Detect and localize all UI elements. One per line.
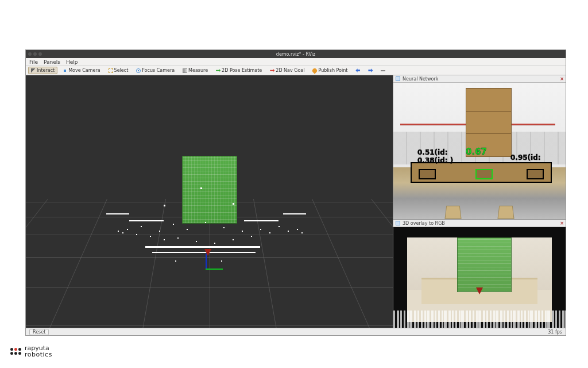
side-panels: Neural Network ×: [393, 75, 566, 328]
detection-score-3: 0.38(id: ): [417, 156, 453, 164]
overlay-box-3d: [457, 237, 512, 292]
titlebar[interactable]: demo.rviz* - RViz: [26, 50, 566, 58]
tool-interact[interactable]: Interact: [28, 67, 57, 74]
camera-view-nn[interactable]: 0.51(id: 0.38(id: ) 0.67 0.95(id:: [393, 83, 566, 219]
panel-neural-network: Neural Network ×: [393, 75, 566, 219]
tool-focus-camera[interactable]: Focus Camera: [133, 67, 177, 74]
panel-close-icon[interactable]: ×: [560, 76, 564, 82]
arrow-right-icon: [368, 68, 373, 73]
tool-publish-point[interactable]: Publish Point: [310, 67, 350, 74]
panel-title: Neural Network: [403, 76, 438, 82]
overlay-arrow-icon: [476, 288, 483, 294]
tool-2d-nav-goal[interactable]: 2D Nav Goal: [267, 67, 307, 74]
panel-header-3d-overlay[interactable]: 3D overlay to RGB ×: [393, 220, 566, 227]
tool-measure[interactable]: Measure: [180, 67, 211, 74]
panel-icon: [396, 221, 400, 225]
menu-help[interactable]: Help: [66, 59, 78, 65]
panel-title: 3D overlay to RGB: [403, 221, 445, 226]
menu-file[interactable]: File: [29, 59, 38, 65]
tool-move-camera[interactable]: Move Camera: [60, 67, 103, 74]
focus-icon: [136, 68, 141, 73]
panel-3d-overlay: 3D overlay to RGB ×: [393, 220, 566, 328]
window-title: demo.rviz* - RViz: [276, 52, 315, 57]
arrow-left-icon: [355, 68, 360, 73]
overlay-pointcloud: [393, 310, 566, 328]
fps-label: 31 fps: [548, 329, 562, 335]
pallet-pocket-right: [527, 169, 544, 179]
window-maximize-icon[interactable]: [38, 52, 42, 56]
axis-x-icon: [206, 269, 223, 270]
tool-zoom-extents[interactable]: [378, 67, 388, 74]
panel-close-icon[interactable]: ×: [560, 221, 564, 226]
camera-scene: 0.51(id: 0.38(id: ) 0.67 0.95(id:: [393, 83, 566, 219]
pallet-pocket-center: [475, 169, 493, 179]
toolbar: Interact Move Camera Select Focus Camera…: [26, 66, 566, 75]
tool-nav-next[interactable]: [365, 67, 376, 74]
arrow-green-icon: [216, 68, 220, 73]
axis-z-icon: [206, 254, 207, 270]
statusbar: Reset 31 fps: [26, 328, 566, 335]
detection-score-2: 0.67: [466, 147, 487, 157]
brand-logo: rapyuta robotics: [10, 345, 52, 358]
camera-view-overlay[interactable]: [393, 227, 566, 328]
detected-pallet: [411, 162, 552, 183]
window-controls[interactable]: [28, 52, 42, 56]
detection-score-1: 0.51(id:: [417, 148, 448, 156]
detection-score-4: 0.95(id:: [510, 154, 541, 162]
select-icon: [109, 68, 113, 73]
arrow-red-icon: [270, 68, 274, 73]
pin-icon: [312, 67, 318, 74]
tool-nav-prev[interactable]: [353, 67, 363, 74]
window-minimize-icon[interactable]: [33, 52, 37, 56]
3d-view[interactable]: [26, 75, 393, 328]
tool-2d-pose-estimate[interactable]: 2D Pose Estimate: [213, 67, 265, 74]
move-icon: [63, 68, 67, 73]
cursor-icon: [31, 68, 36, 73]
tool-select[interactable]: Select: [106, 67, 131, 74]
main-area: Neural Network ×: [26, 75, 566, 328]
minus-icon: [381, 68, 385, 73]
window-close-icon[interactable]: [28, 52, 32, 56]
overlay-scene: [393, 227, 566, 328]
panel-header-neural-network[interactable]: Neural Network ×: [393, 75, 566, 83]
rviz-window: demo.rviz* - RViz File Panels Help Inter…: [25, 49, 566, 336]
ruler-icon: [183, 68, 187, 73]
pallet-pocket-left: [419, 169, 436, 179]
brand-line2: robotics: [25, 351, 52, 358]
logo-mark-icon: [10, 348, 21, 355]
forklift-forks: [419, 203, 540, 219]
reset-button[interactable]: Reset: [29, 329, 49, 335]
menu-panels[interactable]: Panels: [44, 59, 60, 65]
panel-icon: [396, 76, 400, 81]
menubar: File Panels Help: [26, 58, 566, 66]
